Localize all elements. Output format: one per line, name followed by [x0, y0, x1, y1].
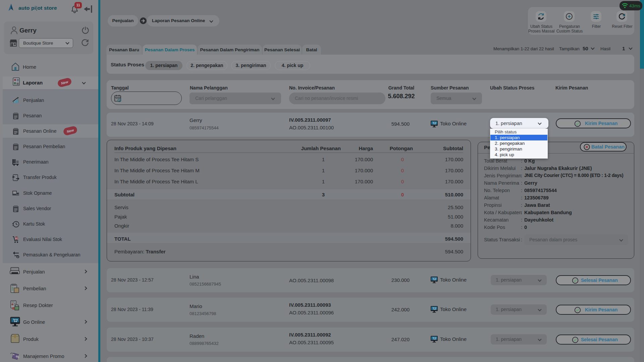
svg-text:RP: RP [15, 237, 18, 239]
svg-text:%: % [15, 354, 19, 359]
